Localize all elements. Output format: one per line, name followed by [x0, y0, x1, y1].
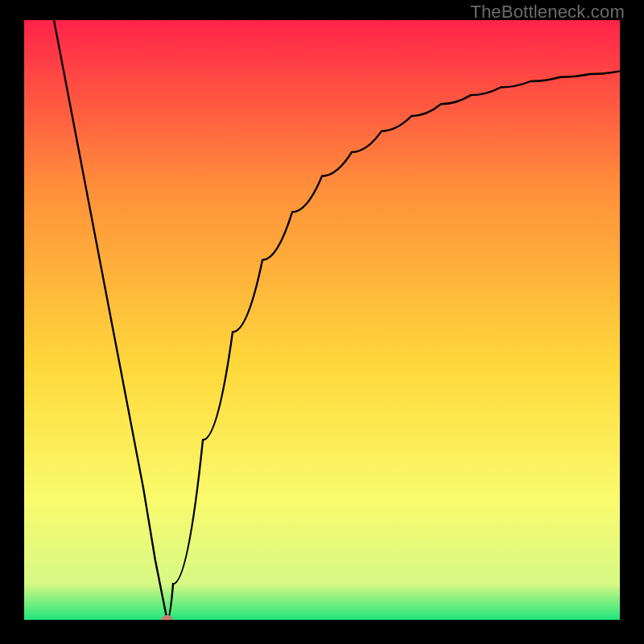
gradient-background	[24, 20, 620, 620]
chart-frame: TheBottleneck.com	[0, 0, 644, 644]
chart-svg	[24, 20, 620, 620]
plot-area	[24, 20, 620, 620]
